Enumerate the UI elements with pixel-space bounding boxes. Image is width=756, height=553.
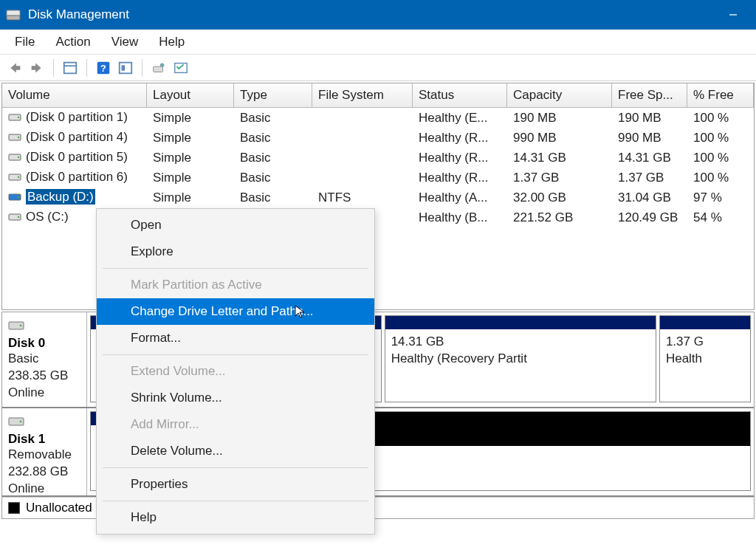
menu-action[interactable]: Action: [45, 32, 100, 52]
disk-type: Basic: [8, 351, 80, 368]
toolbar-icon-2[interactable]: [115, 58, 136, 78]
back-button[interactable]: [4, 58, 25, 78]
volume-status: Healthy (R...: [413, 169, 507, 187]
disk-label: Disk 1Removable232.88 GBOnline: [2, 408, 87, 495]
context-menu-item[interactable]: Explore: [97, 238, 374, 265]
help-icon[interactable]: ?: [93, 58, 114, 78]
context-menu-divider: [103, 501, 368, 501]
volume-fs: [312, 117, 413, 120]
volume-fs: NTFS: [312, 189, 413, 207]
context-menu-item[interactable]: Open: [97, 212, 374, 238]
context-menu: OpenExploreMark Partition as ActiveChang…: [96, 208, 375, 535]
context-menu-item[interactable]: Shrink Volume...: [97, 385, 374, 411]
drive-icon: [8, 210, 21, 225]
svg-point-13: [18, 117, 19, 118]
volume-fs: [312, 176, 413, 179]
volume-name: (Disk 0 partition 4): [26, 130, 128, 144]
col-fs[interactable]: File System: [312, 83, 413, 108]
disk-size: 232.88 GB: [8, 464, 80, 481]
context-menu-item[interactable]: Help: [97, 504, 374, 531]
col-capacity[interactable]: Capacity: [507, 83, 612, 108]
volume-fs: [312, 137, 413, 140]
toolbar-icon-4[interactable]: [171, 58, 191, 78]
volume-layout: Simple: [147, 169, 234, 187]
col-layout[interactable]: Layout: [147, 83, 234, 108]
titlebar: Disk Management: [0, 0, 756, 30]
volume-pct: 100 %: [687, 169, 754, 187]
volume-row[interactable]: (Disk 0 partition 6)SimpleBasicHealthy (…: [2, 168, 754, 188]
volume-free: 31.04 GB: [612, 189, 687, 207]
volume-free: 1.37 GB: [612, 169, 687, 187]
volume-status: Healthy (A...: [413, 189, 507, 207]
legend-unallocated: Unallocated: [26, 501, 92, 515]
drive-icon: [8, 151, 21, 165]
col-status[interactable]: Status: [413, 83, 507, 108]
context-menu-item: Extend Volume...: [97, 358, 374, 385]
volume-type: Basic: [234, 149, 312, 167]
volume-status: Healthy (R...: [413, 149, 507, 167]
volume-name: (Disk 0 partition 6): [26, 170, 128, 184]
volume-pct: 100 %: [687, 149, 754, 167]
volume-name: OS (C:): [26, 210, 69, 224]
volume-row[interactable]: Backup (D:)SimpleBasicNTFSHealthy (A...3…: [2, 188, 754, 207]
volume-free: 120.49 GB: [612, 209, 687, 227]
context-menu-item[interactable]: Delete Volume...: [97, 438, 374, 464]
volume-free: 190 MB: [612, 109, 687, 127]
volume-row[interactable]: (Disk 0 partition 5)SimpleBasicHealthy (…: [2, 148, 754, 168]
context-menu-item[interactable]: Properties: [97, 471, 374, 498]
drive-icon: [8, 171, 21, 185]
forward-button[interactable]: [27, 58, 47, 78]
svg-point-15: [18, 137, 19, 138]
volume-type: Basic: [234, 189, 312, 207]
menu-file[interactable]: File: [4, 32, 45, 52]
partition[interactable]: 14.31 GBHealthy (Recovery Partit: [385, 315, 656, 402]
volume-layout: Simple: [147, 189, 234, 207]
drive-icon: [8, 190, 21, 205]
partition-line2: Healthy (Recovery Partit: [391, 351, 650, 368]
app-icon: [6, 8, 21, 21]
volume-pct: 100 %: [687, 109, 754, 127]
volume-fs: [312, 157, 413, 159]
col-type[interactable]: Type: [234, 83, 312, 108]
disk-type: Removable: [8, 447, 80, 464]
menu-help[interactable]: Help: [148, 32, 195, 52]
partition[interactable]: 1.37 GHealth: [659, 315, 751, 402]
volume-type: Basic: [234, 129, 312, 147]
col-volume[interactable]: Volume: [2, 83, 147, 108]
disk-state: Online: [8, 481, 80, 498]
volume-pct: 97 %: [687, 189, 754, 207]
context-menu-divider: [103, 354, 368, 355]
disk-label: Disk 0Basic238.35 GBOnline: [2, 312, 87, 407]
volume-row[interactable]: (Disk 0 partition 1)SimpleBasicHealthy (…: [2, 108, 754, 128]
toolbar-icon-3[interactable]: [148, 58, 169, 78]
partition-header-primary: [385, 316, 656, 329]
volume-status: Healthy (E...: [413, 109, 507, 127]
menu-view[interactable]: View: [101, 32, 149, 52]
partition-line2: Health: [666, 351, 744, 368]
volume-capacity: 221.52 GB: [507, 209, 612, 227]
toolbar-icon-1[interactable]: [60, 58, 80, 78]
svg-rect-11: [175, 63, 188, 72]
context-menu-item[interactable]: Format...: [97, 325, 374, 351]
volume-type: Basic: [234, 169, 312, 187]
col-free[interactable]: Free Sp...: [612, 83, 687, 108]
svg-rect-7: [120, 62, 132, 73]
context-menu-item[interactable]: Change Drive Letter and Paths...: [97, 298, 374, 325]
partition-line1: 1.37 G: [666, 334, 744, 351]
volume-row[interactable]: (Disk 0 partition 4)SimpleBasicHealthy (…: [2, 128, 754, 148]
partition-header-primary: [660, 316, 750, 329]
svg-point-27: [20, 421, 22, 423]
disk-name: Disk 0: [8, 336, 80, 351]
svg-text:?: ?: [100, 62, 106, 73]
minimize-button[interactable]: [716, 0, 750, 30]
col-pct[interactable]: % Free: [687, 83, 754, 108]
volume-capacity: 1.37 GB: [507, 169, 612, 187]
svg-point-21: [18, 196, 19, 198]
volume-pct: 100 %: [687, 129, 754, 147]
svg-rect-9: [154, 66, 163, 72]
disk-size: 238.35 GB: [8, 368, 80, 385]
volume-status: Healthy (B...: [413, 209, 507, 227]
legend-swatch-unallocated: [8, 502, 20, 514]
volume-name: (Disk 0 partition 5): [26, 150, 128, 164]
volume-free: 14.31 GB: [612, 149, 687, 167]
